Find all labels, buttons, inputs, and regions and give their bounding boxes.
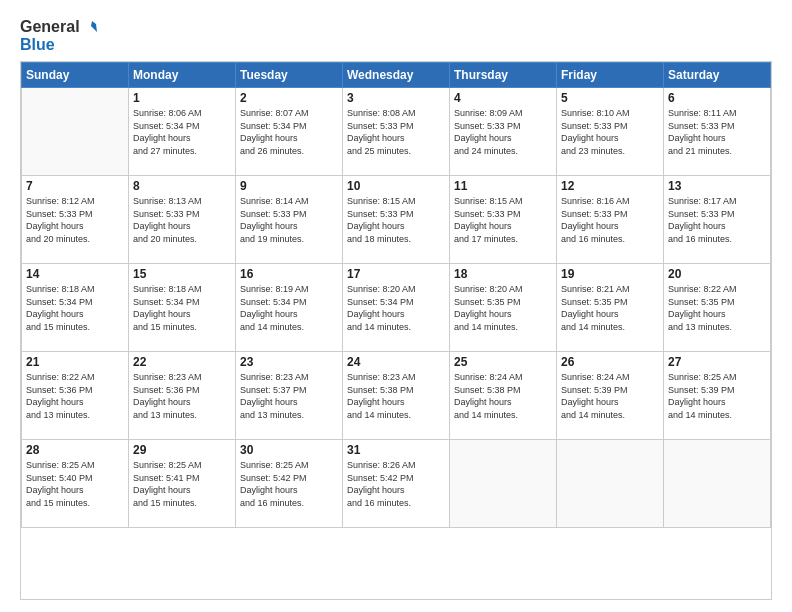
day-number: 8 [133, 179, 231, 193]
calendar-cell: 17 Sunrise: 8:20 AM Sunset: 5:34 PM Dayl… [343, 264, 450, 352]
calendar-cell: 6 Sunrise: 8:11 AM Sunset: 5:33 PM Dayli… [664, 88, 771, 176]
day-info: Sunrise: 8:22 AM Sunset: 5:36 PM Dayligh… [26, 371, 124, 421]
calendar-week-row: 28 Sunrise: 8:25 AM Sunset: 5:40 PM Dayl… [22, 440, 771, 528]
calendar-cell: 21 Sunrise: 8:22 AM Sunset: 5:36 PM Dayl… [22, 352, 129, 440]
calendar-cell: 14 Sunrise: 8:18 AM Sunset: 5:34 PM Dayl… [22, 264, 129, 352]
calendar-week-row: 21 Sunrise: 8:22 AM Sunset: 5:36 PM Dayl… [22, 352, 771, 440]
day-number: 13 [668, 179, 766, 193]
day-number: 27 [668, 355, 766, 369]
day-info: Sunrise: 8:24 AM Sunset: 5:38 PM Dayligh… [454, 371, 552, 421]
day-number: 7 [26, 179, 124, 193]
calendar-cell: 15 Sunrise: 8:18 AM Sunset: 5:34 PM Dayl… [129, 264, 236, 352]
day-number: 17 [347, 267, 445, 281]
calendar-cell: 8 Sunrise: 8:13 AM Sunset: 5:33 PM Dayli… [129, 176, 236, 264]
day-number: 25 [454, 355, 552, 369]
day-info: Sunrise: 8:13 AM Sunset: 5:33 PM Dayligh… [133, 195, 231, 245]
calendar-cell: 4 Sunrise: 8:09 AM Sunset: 5:33 PM Dayli… [450, 88, 557, 176]
day-number: 11 [454, 179, 552, 193]
day-info: Sunrise: 8:07 AM Sunset: 5:34 PM Dayligh… [240, 107, 338, 157]
day-number: 18 [454, 267, 552, 281]
day-number: 2 [240, 91, 338, 105]
logo-general: General [20, 18, 80, 36]
day-number: 20 [668, 267, 766, 281]
day-number: 31 [347, 443, 445, 457]
day-number: 21 [26, 355, 124, 369]
calendar-cell: 13 Sunrise: 8:17 AM Sunset: 5:33 PM Dayl… [664, 176, 771, 264]
header: General Blue [20, 18, 772, 53]
calendar-cell: 5 Sunrise: 8:10 AM Sunset: 5:33 PM Dayli… [557, 88, 664, 176]
day-info: Sunrise: 8:23 AM Sunset: 5:38 PM Dayligh… [347, 371, 445, 421]
day-number: 1 [133, 91, 231, 105]
day-info: Sunrise: 8:16 AM Sunset: 5:33 PM Dayligh… [561, 195, 659, 245]
calendar-cell: 2 Sunrise: 8:07 AM Sunset: 5:34 PM Dayli… [236, 88, 343, 176]
logo-blue: Blue [20, 36, 55, 54]
day-number: 3 [347, 91, 445, 105]
day-info: Sunrise: 8:09 AM Sunset: 5:33 PM Dayligh… [454, 107, 552, 157]
day-number: 30 [240, 443, 338, 457]
day-info: Sunrise: 8:22 AM Sunset: 5:35 PM Dayligh… [668, 283, 766, 333]
calendar-cell: 3 Sunrise: 8:08 AM Sunset: 5:33 PM Dayli… [343, 88, 450, 176]
day-number: 22 [133, 355, 231, 369]
day-info: Sunrise: 8:20 AM Sunset: 5:34 PM Dayligh… [347, 283, 445, 333]
calendar-cell: 22 Sunrise: 8:23 AM Sunset: 5:36 PM Dayl… [129, 352, 236, 440]
calendar-cell [450, 440, 557, 528]
day-info: Sunrise: 8:25 AM Sunset: 5:40 PM Dayligh… [26, 459, 124, 509]
day-info: Sunrise: 8:18 AM Sunset: 5:34 PM Dayligh… [26, 283, 124, 333]
day-info: Sunrise: 8:19 AM Sunset: 5:34 PM Dayligh… [240, 283, 338, 333]
weekday-header-wednesday: Wednesday [343, 63, 450, 88]
day-info: Sunrise: 8:21 AM Sunset: 5:35 PM Dayligh… [561, 283, 659, 333]
calendar-cell: 30 Sunrise: 8:25 AM Sunset: 5:42 PM Dayl… [236, 440, 343, 528]
day-info: Sunrise: 8:15 AM Sunset: 5:33 PM Dayligh… [347, 195, 445, 245]
day-info: Sunrise: 8:14 AM Sunset: 5:33 PM Dayligh… [240, 195, 338, 245]
day-info: Sunrise: 8:18 AM Sunset: 5:34 PM Dayligh… [133, 283, 231, 333]
calendar-cell: 20 Sunrise: 8:22 AM Sunset: 5:35 PM Dayl… [664, 264, 771, 352]
calendar-week-row: 1 Sunrise: 8:06 AM Sunset: 5:34 PM Dayli… [22, 88, 771, 176]
day-info: Sunrise: 8:12 AM Sunset: 5:33 PM Dayligh… [26, 195, 124, 245]
logo-bird-icon [82, 20, 100, 34]
day-info: Sunrise: 8:25 AM Sunset: 5:41 PM Dayligh… [133, 459, 231, 509]
calendar-cell: 1 Sunrise: 8:06 AM Sunset: 5:34 PM Dayli… [129, 88, 236, 176]
day-info: Sunrise: 8:20 AM Sunset: 5:35 PM Dayligh… [454, 283, 552, 333]
day-number: 10 [347, 179, 445, 193]
calendar-cell: 29 Sunrise: 8:25 AM Sunset: 5:41 PM Dayl… [129, 440, 236, 528]
calendar-cell [22, 88, 129, 176]
day-info: Sunrise: 8:08 AM Sunset: 5:33 PM Dayligh… [347, 107, 445, 157]
day-info: Sunrise: 8:24 AM Sunset: 5:39 PM Dayligh… [561, 371, 659, 421]
calendar: SundayMondayTuesdayWednesdayThursdayFrid… [20, 61, 772, 600]
day-number: 24 [347, 355, 445, 369]
calendar-cell: 19 Sunrise: 8:21 AM Sunset: 5:35 PM Dayl… [557, 264, 664, 352]
day-info: Sunrise: 8:23 AM Sunset: 5:36 PM Dayligh… [133, 371, 231, 421]
weekday-header-saturday: Saturday [664, 63, 771, 88]
day-number: 12 [561, 179, 659, 193]
weekday-header-tuesday: Tuesday [236, 63, 343, 88]
day-info: Sunrise: 8:10 AM Sunset: 5:33 PM Dayligh… [561, 107, 659, 157]
day-number: 14 [26, 267, 124, 281]
day-number: 29 [133, 443, 231, 457]
calendar-week-row: 14 Sunrise: 8:18 AM Sunset: 5:34 PM Dayl… [22, 264, 771, 352]
page: General Blue SundayMondayTuesdayWednesda… [0, 0, 792, 612]
calendar-header-row: SundayMondayTuesdayWednesdayThursdayFrid… [22, 63, 771, 88]
day-number: 15 [133, 267, 231, 281]
day-number: 16 [240, 267, 338, 281]
day-number: 5 [561, 91, 659, 105]
calendar-cell: 9 Sunrise: 8:14 AM Sunset: 5:33 PM Dayli… [236, 176, 343, 264]
day-info: Sunrise: 8:06 AM Sunset: 5:34 PM Dayligh… [133, 107, 231, 157]
day-number: 26 [561, 355, 659, 369]
day-info: Sunrise: 8:25 AM Sunset: 5:42 PM Dayligh… [240, 459, 338, 509]
day-number: 6 [668, 91, 766, 105]
day-info: Sunrise: 8:23 AM Sunset: 5:37 PM Dayligh… [240, 371, 338, 421]
calendar-cell: 27 Sunrise: 8:25 AM Sunset: 5:39 PM Dayl… [664, 352, 771, 440]
calendar-cell: 25 Sunrise: 8:24 AM Sunset: 5:38 PM Dayl… [450, 352, 557, 440]
calendar-cell: 10 Sunrise: 8:15 AM Sunset: 5:33 PM Dayl… [343, 176, 450, 264]
calendar-cell: 7 Sunrise: 8:12 AM Sunset: 5:33 PM Dayli… [22, 176, 129, 264]
calendar-cell: 26 Sunrise: 8:24 AM Sunset: 5:39 PM Dayl… [557, 352, 664, 440]
calendar-cell: 11 Sunrise: 8:15 AM Sunset: 5:33 PM Dayl… [450, 176, 557, 264]
calendar-cell: 16 Sunrise: 8:19 AM Sunset: 5:34 PM Dayl… [236, 264, 343, 352]
weekday-header-monday: Monday [129, 63, 236, 88]
day-number: 28 [26, 443, 124, 457]
calendar-cell [664, 440, 771, 528]
day-number: 23 [240, 355, 338, 369]
calendar-week-row: 7 Sunrise: 8:12 AM Sunset: 5:33 PM Dayli… [22, 176, 771, 264]
weekday-header-thursday: Thursday [450, 63, 557, 88]
day-info: Sunrise: 8:26 AM Sunset: 5:42 PM Dayligh… [347, 459, 445, 509]
